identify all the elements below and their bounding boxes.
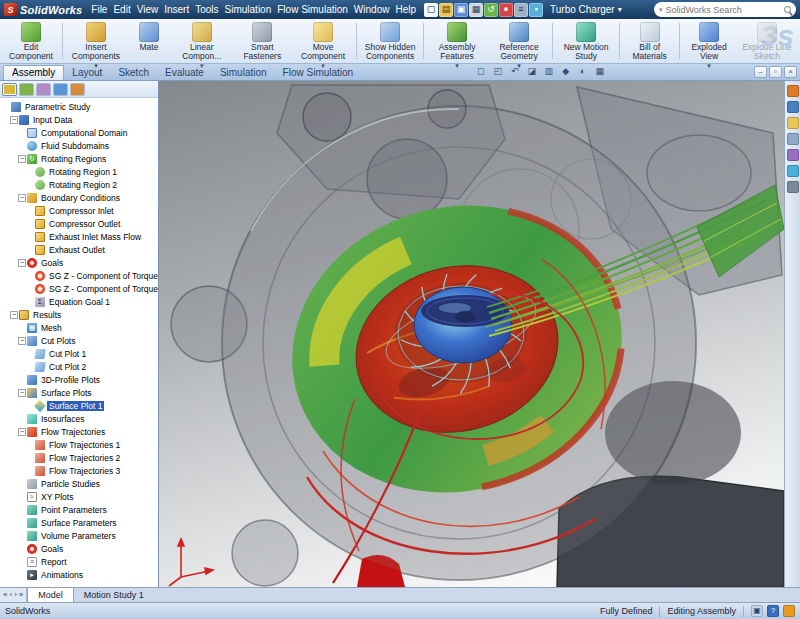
tree-item-xy-plots[interactable]: XY Plots (0, 490, 158, 503)
next-tab-button[interactable]: › (14, 591, 17, 599)
status-display-panes-icon[interactable]: ▣ (751, 605, 763, 617)
tree-item-compressor-outlet[interactable]: Compressor Outlet (0, 217, 158, 230)
reference-geometry-button[interactable]: Reference Geometry▾ (488, 20, 550, 62)
tree-item-flow-trajectories-2[interactable]: Flow Trajectories 2 (0, 451, 158, 464)
assembly-features-button[interactable]: Assembly Features▾ (426, 20, 488, 62)
tree-item-goals[interactable]: Goals (0, 542, 158, 555)
tree-item-surface-plot-1[interactable]: Surface Plot 1 (0, 399, 158, 412)
view-orientation-icon[interactable]: ▥ (541, 65, 556, 78)
menu-window[interactable]: Window (351, 2, 393, 17)
viewport-3d-model[interactable] (159, 81, 784, 587)
tree-item-exhaust-outlet[interactable]: Exhaust Outlet (0, 243, 158, 256)
minimize-icon[interactable]: – (754, 66, 767, 78)
open-icon[interactable]: ▤ (439, 3, 453, 17)
expander-icon[interactable] (18, 389, 26, 397)
tree-item-boundary-conditions[interactable]: Boundary Conditions (0, 191, 158, 204)
expander-icon[interactable] (18, 337, 26, 345)
toolbox-icon[interactable]: ▪ (529, 3, 543, 17)
tree-item-flow-trajectories[interactable]: Flow Trajectories (0, 425, 158, 438)
file-explorer-icon[interactable] (787, 117, 799, 129)
tree-item-parametric-study[interactable]: Parametric Study (0, 100, 158, 113)
section-view-icon[interactable]: ◪ (524, 65, 539, 78)
menu-insert[interactable]: Insert (161, 2, 192, 17)
smart-fasteners-button[interactable]: Smart Fasteners (233, 20, 293, 62)
tree-item-rotating-regions[interactable]: Rotating Regions (0, 152, 158, 165)
tree-item-goals[interactable]: Goals (0, 256, 158, 269)
insert-components-button[interactable]: Insert Components▾ (65, 20, 127, 62)
search-input[interactable] (666, 5, 781, 15)
edit-component-button[interactable]: Edit Component (2, 20, 60, 62)
tree-item-point-parameters[interactable]: Point Parameters (0, 503, 158, 516)
last-tab-button[interactable]: » (19, 591, 23, 599)
document-title-dropdown[interactable]: Turbo Charger ▾ (550, 4, 622, 15)
view-palette-icon[interactable] (787, 149, 799, 161)
show-hidden-components-button[interactable]: Show Hidden Components (359, 20, 421, 62)
tree-item-3d-profile-plots[interactable]: 3D-Profile Plots (0, 373, 158, 386)
menu-view[interactable]: View (134, 2, 162, 17)
expander-icon[interactable] (18, 259, 26, 267)
save-icon[interactable]: ▣ (454, 3, 468, 17)
tree-item-rotating-region-2[interactable]: Rotating Region 2 (0, 178, 158, 191)
menu-file[interactable]: File (88, 2, 110, 17)
solidworks-resources-icon[interactable] (787, 85, 799, 97)
tree-item-cut-plot-1[interactable]: Cut Plot 1 (0, 347, 158, 360)
tree-item-compressor-inlet[interactable]: Compressor Inlet (0, 204, 158, 217)
menu-edit[interactable]: Edit (110, 2, 133, 17)
tab-simulation[interactable]: Simulation (212, 66, 275, 80)
tree-item-surface-parameters[interactable]: Surface Parameters (0, 516, 158, 529)
expander-icon[interactable] (18, 155, 26, 163)
exploded-view-button[interactable]: Exploded View▾ (682, 20, 736, 62)
mate-button[interactable]: Mate (127, 20, 171, 62)
tab-assembly[interactable]: Assembly (3, 65, 64, 80)
search-icon[interactable] (784, 6, 791, 13)
tree-item-report[interactable]: Report (0, 555, 158, 568)
display-manager-tab[interactable] (70, 83, 85, 96)
tree-item-flow-trajectories-3[interactable]: Flow Trajectories 3 (0, 464, 158, 477)
close-icon[interactable]: × (784, 66, 797, 78)
apply-scene-icon[interactable]: ▦ (592, 65, 607, 78)
tree-item-computational-domain[interactable]: Computational Domain (0, 126, 158, 139)
configuration-manager-tab[interactable] (36, 83, 51, 96)
help-icon[interactable]: ? (767, 605, 779, 617)
property-manager-tab[interactable] (19, 83, 34, 96)
tree-item-particle-studies[interactable]: Particle Studies (0, 477, 158, 490)
tree-item-fluid-subdomains[interactable]: Fluid Subdomains (0, 139, 158, 152)
design-library-icon[interactable] (787, 101, 799, 113)
menu-help[interactable]: Help (392, 2, 419, 17)
tab-flow-simulation[interactable]: Flow Simulation (275, 66, 362, 80)
menu-simulation[interactable]: Simulation (222, 2, 275, 17)
search-box[interactable]: ▾ (654, 2, 796, 17)
quick-tips-icon[interactable] (783, 605, 795, 617)
tree-item-cut-plots[interactable]: Cut Plots (0, 334, 158, 347)
tab-sketch[interactable]: Sketch (110, 66, 157, 80)
tree-item-animations[interactable]: Animations (0, 568, 158, 581)
tree-item-input-data[interactable]: Input Data (0, 113, 158, 126)
graphics-viewport[interactable] (159, 81, 784, 587)
new-document-icon[interactable]: ▢ (424, 3, 438, 17)
tree-item-flow-trajectories-1[interactable]: Flow Trajectories 1 (0, 438, 158, 451)
display-style-icon[interactable]: ◆ (558, 65, 573, 78)
feature-manager-tab[interactable] (2, 83, 17, 96)
tree-item-volume-parameters[interactable]: Volume Parameters (0, 529, 158, 542)
undo-icon[interactable]: ↺ (484, 3, 498, 17)
tree-item-mesh[interactable]: Mesh (0, 321, 158, 334)
tree-item-surface-plots[interactable]: Surface Plots (0, 386, 158, 399)
search-icon[interactable] (787, 133, 799, 145)
tree-item-sg-z-component-of-torque-1[interactable]: SG Z - Component of Torque 1 (0, 269, 158, 282)
print-icon[interactable]: ▦ (469, 3, 483, 17)
expander-icon[interactable] (10, 311, 18, 319)
expander-icon[interactable] (10, 116, 18, 124)
first-tab-button[interactable]: « (3, 591, 7, 599)
tree-item-sg-z-component-of-torque-2[interactable]: SG Z - Component of Torque 2 (0, 282, 158, 295)
restore-icon[interactable]: ▫ (769, 66, 782, 78)
search-options-caret-icon[interactable]: ▾ (659, 6, 663, 14)
zoom-to-fit-icon[interactable]: ◻ (473, 65, 488, 78)
tree-item-results[interactable]: Results (0, 308, 158, 321)
custom-properties-icon[interactable] (787, 181, 799, 193)
tree-item-cut-plot-2[interactable]: Cut Plot 2 (0, 360, 158, 373)
zoom-to-area-icon[interactable]: ◰ (490, 65, 505, 78)
tree-item-rotating-region-1[interactable]: Rotating Region 1 (0, 165, 158, 178)
tab-model[interactable]: Model (27, 588, 74, 602)
prev-tab-button[interactable]: ‹ (9, 591, 12, 599)
tree-item-isosurfaces[interactable]: Isosurfaces (0, 412, 158, 425)
